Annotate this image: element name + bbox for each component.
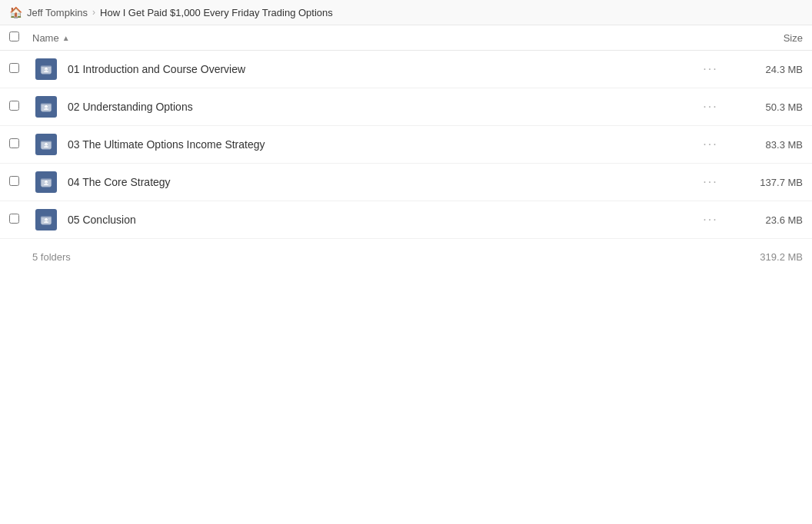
select-all-checkbox[interactable] xyxy=(9,32,19,41)
row-size: 23.6 MB xyxy=(734,214,803,226)
row-name[interactable]: 05 Conclusion xyxy=(60,214,687,226)
row-size: 83.3 MB xyxy=(734,139,803,151)
row-checkbox-2[interactable] xyxy=(9,101,32,113)
header-name-label: Name xyxy=(32,32,59,44)
row-actions-menu[interactable]: ··· xyxy=(687,175,734,189)
row-actions-menu[interactable]: ··· xyxy=(687,62,734,76)
breadcrumb-separator: › xyxy=(92,7,95,18)
row-actions-menu[interactable]: ··· xyxy=(687,100,734,114)
row-checkbox-5[interactable] xyxy=(9,214,32,226)
row-checkbox-1[interactable] xyxy=(9,63,32,75)
breadcrumb-current: How I Get Paid $1,000 Every Friday Tradi… xyxy=(100,7,333,18)
table-row: 01 Introduction and Course Overview ··· … xyxy=(0,51,812,88)
footer-total-size: 319.2 MB xyxy=(760,251,803,263)
row-name[interactable]: 04 The Core Strategy xyxy=(60,176,687,188)
row-size: 24.3 MB xyxy=(734,64,803,75)
folder-icon-wrapper xyxy=(32,134,60,155)
breadcrumb-home-link[interactable]: Jeff Tompkins xyxy=(27,7,88,18)
breadcrumb: 🏠 Jeff Tompkins › How I Get Paid $1,000 … xyxy=(0,0,812,25)
sort-icon: ▲ xyxy=(62,34,70,42)
row-actions-menu[interactable]: ··· xyxy=(687,213,734,227)
folder-icon-wrapper xyxy=(32,58,60,80)
folder-icon xyxy=(35,58,57,80)
row-checkbox-3[interactable] xyxy=(9,138,32,151)
folder-icon-wrapper xyxy=(32,96,60,118)
table-row: 05 Conclusion ··· 23.6 MB xyxy=(0,201,812,239)
row-name[interactable]: 03 The Ultimate Options Income Strategy xyxy=(60,138,687,151)
header-checkbox[interactable] xyxy=(9,32,32,44)
table-footer: 5 folders 319.2 MB xyxy=(0,239,812,275)
home-icon: 🏠 xyxy=(9,6,22,18)
folder-icon-wrapper xyxy=(32,171,60,193)
table-row: 02 Understanding Options ··· 50.3 MB xyxy=(0,88,812,126)
row-name[interactable]: 01 Introduction and Course Overview xyxy=(60,63,687,75)
row-size: 137.7 MB xyxy=(734,177,803,188)
folder-icon xyxy=(35,96,57,118)
row-checkbox-4[interactable] xyxy=(9,176,32,188)
row-actions-menu[interactable]: ··· xyxy=(687,138,734,151)
footer-count: 5 folders xyxy=(9,251,71,263)
table-row: 04 The Core Strategy ··· 137.7 MB xyxy=(0,164,812,201)
header-size-column: Size xyxy=(726,32,803,44)
folder-icon xyxy=(35,171,57,193)
table-header: Name ▲ Size xyxy=(0,25,812,51)
row-name[interactable]: 02 Understanding Options xyxy=(60,101,687,113)
file-list: 01 Introduction and Course Overview ··· … xyxy=(0,51,812,239)
folder-icon xyxy=(35,209,57,230)
table-row: 03 The Ultimate Options Income Strategy … xyxy=(0,126,812,164)
folder-icon xyxy=(35,134,57,155)
folder-icon-wrapper xyxy=(32,209,60,230)
header-name-column[interactable]: Name ▲ xyxy=(32,32,726,44)
row-size: 50.3 MB xyxy=(734,101,803,113)
